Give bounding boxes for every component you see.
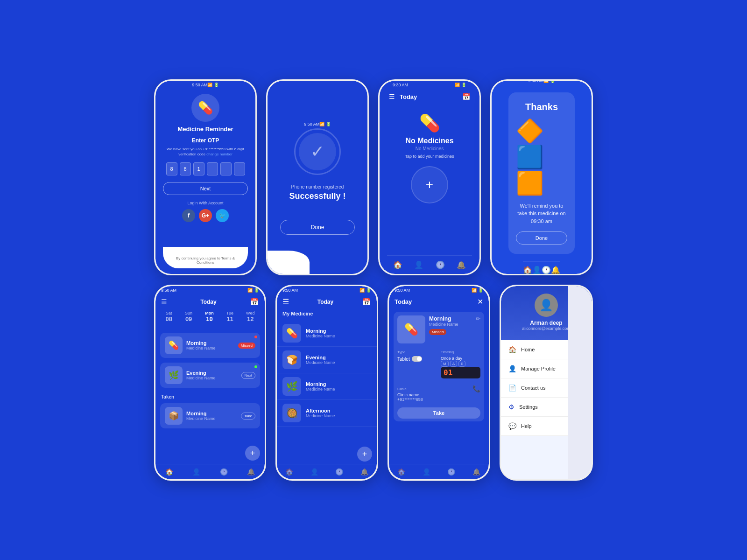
home-nav-6[interactable]: 🏠 — [285, 468, 293, 476]
date-sat[interactable]: Sat 08 — [166, 311, 172, 322]
thanks-title: Thanks — [525, 102, 558, 112]
history-nav-5[interactable]: 🕐 — [220, 468, 228, 476]
take-button[interactable]: Take — [397, 407, 480, 419]
menu-icon-6[interactable]: ☰ — [282, 297, 289, 306]
terms-area: By continuing you agree to Terms & Condi… — [163, 247, 248, 268]
today-label-6: Today — [317, 299, 333, 305]
history-nav-6[interactable]: 🕐 — [335, 468, 343, 476]
home-nav-4[interactable]: 🏠 — [523, 266, 532, 274]
home-nav-5[interactable]: 🏠 — [165, 468, 173, 476]
social-icons: f G+ 🐦 — [182, 209, 229, 222]
status-bar-7: 9:50 AM 📶 🔋 — [389, 286, 489, 294]
detail-card: 💊 Morning ✏ Medicine Name Missed Type — [394, 312, 484, 421]
otp-digit-3[interactable]: 1 — [193, 162, 204, 175]
add-medicine-fab-6[interactable]: + — [357, 447, 372, 462]
date-sun[interactable]: Sun 09 — [185, 311, 192, 322]
status-bar-5: 9:50 AM 📶 🔋 — [155, 286, 265, 294]
med-list-item-4[interactable]: 🥘 Afternoon Medicine Name — [277, 400, 377, 427]
history-nav-icon[interactable]: 🕐 — [436, 260, 445, 269]
user-email: aliconnors@example.com — [522, 326, 571, 331]
change-number-link[interactable]: change number — [206, 152, 233, 156]
calendar-icon-6[interactable]: 📅 — [362, 297, 371, 306]
login-label: Login With Account — [187, 201, 223, 205]
red-dot-morning — [254, 336, 257, 338]
add-medicine-fab-5[interactable]: + — [245, 446, 260, 461]
date-mon[interactable]: Mon 10 — [205, 311, 214, 322]
med-list-item-1[interactable]: 💊 Morning Medicine Name — [277, 320, 377, 347]
otp-description: We have sent you on +91*******658 with 6… — [163, 147, 248, 157]
bell-nav-4[interactable]: 🔔 — [551, 266, 560, 274]
history-nav-7[interactable]: 🕐 — [447, 468, 455, 476]
otp-digit-6[interactable] — [234, 162, 245, 175]
google-icon[interactable]: G+ — [199, 209, 212, 222]
detail-med-sub: Medicine Name — [429, 322, 480, 327]
detail-top: 💊 Morning ✏ Medicine Name Missed — [394, 312, 484, 347]
menu-icon-5[interactable]: ☰ — [161, 298, 167, 306]
med-thumb-4: 🥘 — [282, 404, 301, 422]
med-list-item-3[interactable]: 🌿 Morning Medicine Name — [277, 373, 377, 400]
logo-circle: 💊 — [191, 94, 219, 122]
missed-badge-detail: Missed — [429, 329, 446, 335]
close-button-7[interactable]: ✕ — [477, 297, 483, 306]
missed-badge-morning: Missed — [238, 343, 255, 349]
menu-icon-3[interactable]: ☰ — [389, 93, 395, 100]
logo-icon: 💊 — [198, 101, 213, 115]
detail-med-name: Morning — [429, 315, 451, 322]
med-list-item-2[interactable]: 🍞 Evening Medicine Name — [277, 347, 377, 373]
status-bar-6: 9:50 AM 📶 🔋 — [277, 286, 377, 294]
top-bar-7: Today ✕ — [389, 294, 489, 309]
status-bar-1: 9:50 AM 📶 🔋 — [186, 81, 225, 89]
today-label-5: Today — [167, 299, 250, 305]
profile-nav-7[interactable]: 👤 — [423, 468, 430, 476]
morning-med-card: 💊 Morning Medicine Name Missed — [160, 333, 260, 358]
thanks-card: Thanks 🔶🟦🟧 We'll remind you to take this… — [508, 92, 575, 254]
profile-nav-4[interactable]: 👤 — [532, 266, 542, 274]
med-info-3: Morning Medicine Name — [306, 381, 335, 392]
calendar-icon-5[interactable]: 📅 — [250, 297, 259, 306]
type-value: Tablet — [397, 356, 437, 362]
home-nav-icon[interactable]: 🏠 — [393, 260, 402, 269]
check-inner: ✓ — [299, 133, 336, 170]
timing-box: Timeing Once a day M A E 01 — [441, 350, 480, 378]
edit-icon[interactable]: ✏ — [476, 315, 480, 322]
profile-nav-icon[interactable]: 👤 — [414, 260, 423, 269]
twitter-icon[interactable]: 🐦 — [216, 209, 229, 222]
profile-nav-5[interactable]: 👤 — [192, 468, 200, 476]
phone-no-medicines: 9:30 AM 📶 🔋 ☰ Today 📅 💊 No Medicines No … — [378, 79, 481, 275]
bell-nav-icon[interactable]: 🔔 — [457, 260, 466, 269]
phone-icon[interactable]: 📞 — [472, 385, 480, 392]
otp-digit-1[interactable]: 8 — [166, 162, 177, 175]
date-wed[interactable]: Wed 12 — [246, 311, 254, 322]
detail-badge-row: Morning ✏ — [429, 315, 480, 322]
success-title: Successfully ! — [289, 191, 345, 201]
add-medicine-button[interactable]: + — [411, 166, 448, 203]
facebook-icon[interactable]: f — [182, 209, 195, 222]
date-tue[interactable]: Tue 11 — [226, 311, 233, 322]
tablet-toggle[interactable] — [412, 356, 422, 362]
evening-med-sub: Medicine Name — [186, 376, 238, 380]
otp-digit-2[interactable]: 8 — [180, 162, 191, 175]
med-info-4: Afternoon Medicine Name — [306, 408, 335, 418]
taken-med-card: 📦 Morning Medicine Name Take — [160, 403, 260, 428]
otp-digit-4[interactable] — [207, 162, 218, 175]
day-e: E — [458, 361, 465, 367]
done-button[interactable]: Done — [280, 220, 355, 235]
bell-nav-7[interactable]: 🔔 — [472, 468, 480, 476]
bell-nav-6[interactable]: 🔔 — [360, 468, 368, 476]
taken-section-label: Taken — [155, 392, 265, 401]
next-badge-evening: Next — [241, 372, 255, 379]
pills-decoration: 🔶🟦🟧 — [516, 118, 567, 196]
calendar-icon-3[interactable]: 📅 — [462, 93, 470, 100]
history-nav-4[interactable]: 🕐 — [542, 266, 551, 274]
profile-nav-6[interactable]: 👤 — [310, 468, 318, 476]
done-button-4[interactable]: Done — [516, 231, 567, 245]
bell-nav-5[interactable]: 🔔 — [247, 468, 255, 476]
take-badge[interactable]: Take — [241, 413, 255, 420]
app-title: Medicine Reminder — [177, 126, 233, 133]
med-thumb-2: 🍞 — [282, 350, 301, 369]
detail-image: 💊 — [397, 315, 425, 343]
next-button[interactable]: Next — [163, 182, 248, 195]
otp-digit-5[interactable] — [220, 162, 232, 175]
home-nav-7[interactable]: 🏠 — [397, 468, 405, 476]
phone-profile: 👤 Arman deep aliconnors@example.com 🏠 Ho… — [500, 285, 593, 481]
